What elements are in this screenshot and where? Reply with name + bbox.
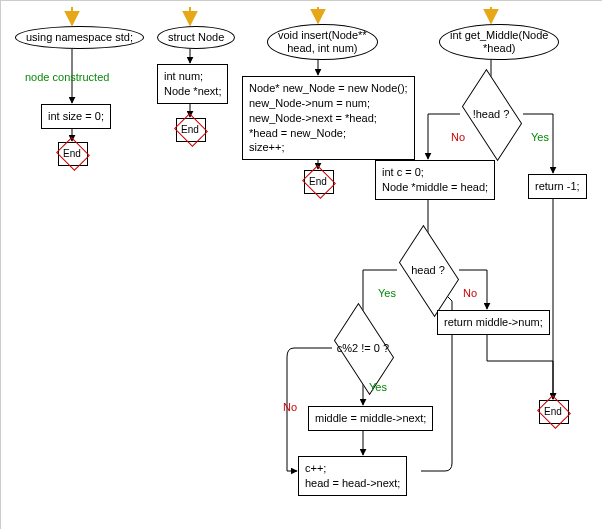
decision-not-head: !head ?: [460, 93, 522, 135]
edge-label-no: No: [451, 131, 465, 143]
start-get-middle: int get_Middle(Node *head): [439, 24, 559, 60]
proc-return-neg1: return -1;: [528, 174, 587, 199]
edge-label-yes: Yes: [531, 131, 549, 143]
edge-label-yes: Yes: [378, 287, 396, 299]
proc-int-size: int size = 0;: [41, 104, 111, 129]
start-struct-node: struct Node: [157, 26, 235, 49]
annotation-node-constructed: node constructed: [25, 71, 109, 83]
end-label: End: [304, 176, 332, 187]
proc-init-c-middle: int c = 0; Node *middle = head;: [375, 160, 495, 200]
edge-label-yes: Yes: [369, 381, 387, 393]
proc-middle-next: middle = middle->next;: [308, 406, 433, 431]
flowchart-canvas: using namespace std; node constructed in…: [0, 0, 602, 529]
end-node-2: End: [176, 118, 204, 140]
decision-text: c%2 != 0 ?: [322, 342, 404, 354]
decision-text: head ?: [387, 264, 469, 276]
proc-struct-body: int num; Node *next;: [157, 64, 228, 104]
decision-c-mod-2: c%2 != 0 ?: [332, 327, 394, 369]
start-insert: void insert(Node** head, int num): [267, 24, 378, 60]
decision-head: head ?: [397, 249, 459, 291]
end-node-4: End: [539, 400, 567, 422]
end-label: End: [539, 406, 567, 417]
end-label: End: [176, 124, 204, 135]
edge-label-no: No: [463, 287, 477, 299]
proc-return-middle-num: return middle->num;: [437, 310, 550, 335]
edge-label-no: No: [283, 401, 297, 413]
decision-text: !head ?: [450, 108, 532, 120]
end-label: End: [58, 148, 86, 159]
end-node-1: End: [58, 142, 86, 164]
proc-c-inc-head-next: c++; head = head->next;: [298, 456, 407, 496]
proc-insert-body: Node* new_Node = new Node(); new_Node->n…: [242, 76, 415, 160]
start-namespace: using namespace std;: [15, 26, 144, 49]
end-node-3: End: [304, 170, 332, 192]
